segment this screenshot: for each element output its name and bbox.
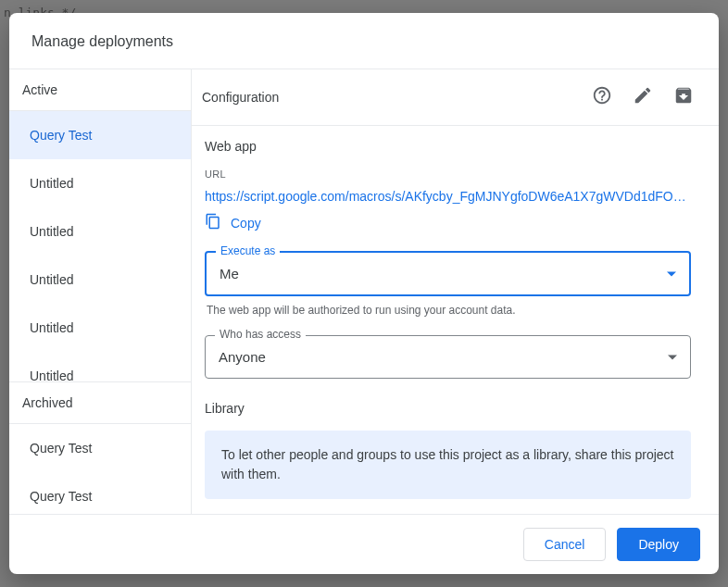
webapp-section: Web app URL https://script.google.com/ma… (192, 126, 719, 512)
library-title: Library (205, 401, 691, 416)
sidebar-active-item[interactable]: Untitled (9, 159, 191, 207)
sidebar-active-item[interactable]: Query Test (9, 111, 191, 159)
sidebar-active-item[interactable]: Untitled (9, 256, 191, 304)
who-has-access-legend: Who has access (215, 328, 306, 341)
configuration-title: Configuration (202, 90, 580, 105)
sidebar-archived-list: Query Test Query Test (9, 424, 191, 514)
configuration-scroll[interactable]: Web app URL https://script.google.com/ma… (192, 126, 719, 514)
sidebar-archived-header: Archived (9, 382, 191, 424)
help-button[interactable] (584, 79, 621, 116)
copy-url-button[interactable]: Copy (205, 213, 691, 232)
deploy-button[interactable]: Deploy (617, 528, 700, 561)
sidebar-active-item[interactable]: Untitled (9, 207, 191, 256)
sidebar-archived-item[interactable]: Query Test (9, 472, 191, 514)
sidebar-archived-item[interactable]: Query Test (9, 424, 191, 472)
url-label: URL (205, 169, 691, 180)
pencil-icon (633, 85, 653, 109)
copy-icon (205, 213, 221, 232)
execute-as-legend: Execute as (216, 244, 280, 257)
sidebar-active-item[interactable]: Untitled (9, 304, 191, 352)
execute-as-select[interactable]: Execute as Me (205, 251, 691, 296)
deployments-sidebar: Active Query Test Untitled Untitled Unti… (9, 69, 192, 514)
help-icon (592, 85, 612, 109)
configuration-header: Configuration (192, 69, 719, 126)
execute-as-value: Me (220, 266, 676, 281)
dialog-body: Active Query Test Untitled Untitled Unti… (9, 69, 719, 514)
chevron-down-icon (667, 271, 676, 276)
edit-button[interactable] (624, 79, 661, 116)
copy-label: Copy (231, 216, 261, 231)
dialog-title: Manage deployments (9, 13, 719, 69)
library-info-box: To let other people and groups to use th… (205, 431, 691, 499)
webapp-title: Web app (205, 139, 691, 154)
manage-deployments-dialog: Manage deployments Active Query Test Unt… (9, 13, 719, 574)
sidebar-active-header: Active (9, 69, 191, 111)
who-has-access-select[interactable]: Who has access Anyone (205, 335, 691, 379)
dialog-footer: Cancel Deploy (9, 514, 719, 574)
who-has-access-value: Anyone (219, 349, 677, 365)
webapp-url-link[interactable]: https://script.google.com/macros/s/AKfyc… (205, 189, 691, 204)
chevron-down-icon (668, 355, 677, 359)
library-section: Library To let other people and groups t… (205, 401, 691, 499)
sidebar-active-item[interactable]: Untitled (9, 352, 191, 381)
archive-icon (673, 85, 694, 109)
archive-button[interactable] (665, 79, 702, 116)
cancel-button[interactable]: Cancel (523, 528, 607, 561)
configuration-panel: Configuration (192, 69, 719, 514)
execute-as-helper: The web app will be authorized to run us… (207, 304, 689, 317)
sidebar-active-list: Query Test Untitled Untitled Untitled Un… (9, 111, 191, 381)
